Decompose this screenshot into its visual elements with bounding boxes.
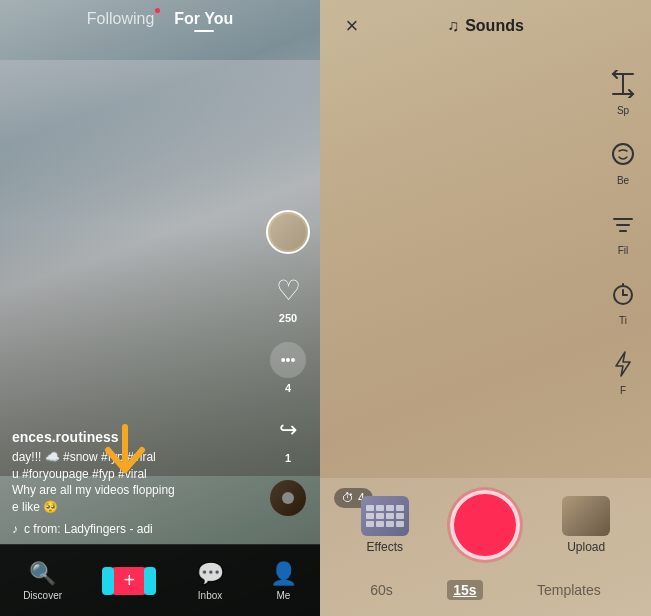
- duration-15s[interactable]: 15s: [447, 580, 482, 600]
- svg-point-0: [613, 144, 633, 164]
- camera-bottom-controls: Effects Upload 60s 15s Templates: [320, 478, 651, 616]
- music-disc: [270, 480, 306, 516]
- close-icon: ×: [346, 15, 359, 37]
- camera-tools-sidebar: Sp Be Fil: [595, 50, 651, 412]
- sounds-title[interactable]: ♫ Sounds: [447, 17, 524, 35]
- for-you-tab[interactable]: For You: [174, 10, 233, 28]
- music-icon: ♫: [447, 17, 459, 35]
- following-tab[interactable]: Following: [87, 10, 155, 28]
- comment-button[interactable]: ••• 4: [268, 340, 308, 394]
- upload-button[interactable]: Upload: [562, 496, 610, 554]
- notification-dot: [155, 8, 160, 13]
- filter-icon: [605, 206, 641, 242]
- beauty-icon: [605, 136, 641, 172]
- create-button[interactable]: +: [108, 567, 150, 595]
- tiktok-feed-panel: Following For You ♡ 250 ••• 4: [0, 0, 320, 616]
- effects-button[interactable]: Effects: [361, 496, 409, 554]
- inbox-tab[interactable]: 💬 Inbox: [197, 561, 224, 601]
- upload-thumbnail: [562, 496, 610, 536]
- flash-icon: [605, 346, 641, 382]
- timer-button[interactable]: Ti: [605, 276, 641, 326]
- arrow-overlay: [100, 422, 150, 486]
- flip-icon: [605, 66, 641, 102]
- camera-header: × ♫ Sounds: [320, 0, 651, 52]
- beauty-button[interactable]: Be: [605, 136, 641, 186]
- close-button[interactable]: ×: [336, 10, 368, 42]
- share-button[interactable]: ↪ 1: [268, 410, 308, 464]
- me-tab[interactable]: 👤 Me: [270, 561, 297, 601]
- creator-avatar[interactable]: [266, 210, 310, 254]
- avatar-inner: [270, 214, 306, 250]
- duration-tabs: 60s 15s Templates: [320, 572, 651, 616]
- record-button[interactable]: [450, 490, 520, 560]
- camera-panel: × ♫ Sounds Sp: [320, 0, 651, 616]
- duration-templates[interactable]: Templates: [531, 580, 607, 600]
- profile-icon: 👤: [270, 561, 297, 587]
- music-note-icon: ♪: [12, 522, 18, 536]
- down-arrow-icon: [100, 422, 150, 482]
- bottom-navigation: 🔍 Discover + 💬 Inbox 👤 Me: [0, 544, 320, 616]
- heart-icon: ♡: [268, 270, 308, 310]
- duration-60s[interactable]: 60s: [364, 580, 399, 600]
- top-navigation: Following For You: [0, 0, 320, 36]
- like-button[interactable]: ♡ 250: [268, 270, 308, 324]
- camera-main-controls: Effects Upload: [320, 478, 651, 572]
- effects-icon: [361, 496, 409, 536]
- effects-grid: [366, 505, 404, 527]
- flip-button[interactable]: Sp: [605, 66, 641, 116]
- flash-button[interactable]: F: [605, 346, 641, 396]
- filter-button[interactable]: Fil: [605, 206, 641, 256]
- inbox-icon: 💬: [197, 561, 224, 587]
- upload-icon: [562, 496, 610, 536]
- timer-icon: [605, 276, 641, 312]
- disc-center: [282, 492, 294, 504]
- discover-tab[interactable]: 🔍 Discover: [23, 561, 62, 601]
- action-buttons: ♡ 250 ••• 4 ↪ 1: [266, 210, 310, 516]
- sound-info: ♪ c from: Ladyfingers - adi: [12, 522, 260, 536]
- discover-icon: 🔍: [29, 561, 56, 587]
- comment-icon: •••: [268, 340, 308, 380]
- share-icon: ↪: [268, 410, 308, 450]
